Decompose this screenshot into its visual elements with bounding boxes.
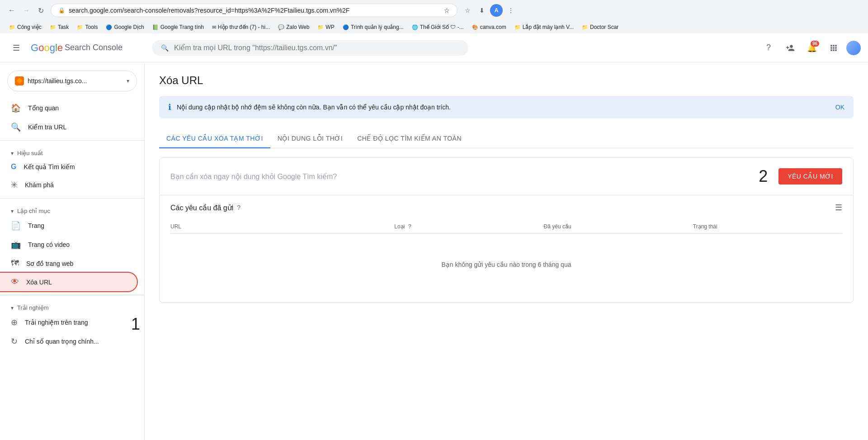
folder-icon: 📁 bbox=[50, 24, 56, 30]
more-options-icon[interactable]: ⋮ bbox=[505, 4, 517, 17]
bookmark-ads[interactable]: 🔵 Trình quản lý quảng... bbox=[339, 23, 407, 32]
asterisk-icon: ✳ bbox=[11, 180, 18, 190]
folder-icon: 📁 bbox=[9, 24, 15, 30]
bookmark-google-dich[interactable]: 🔵 Google Dịch bbox=[102, 23, 147, 32]
sidebar-item-chi-so-quan-trong[interactable]: ↻ Chỉ số quan trọng chính... bbox=[0, 332, 137, 351]
sidebar-label-xoa-url: Xóa URL bbox=[26, 279, 52, 286]
search-console-logo-text: Search Console bbox=[65, 43, 123, 52]
sidebar-item-trang[interactable]: 📄 Trang bbox=[0, 216, 137, 235]
bookmarks-bar: 📁 Công việc 📁 Task 📁 Tools 🔵 Google Dịch… bbox=[0, 21, 868, 34]
forward-button[interactable]: → bbox=[20, 4, 33, 17]
folder-icon: 📁 bbox=[77, 24, 83, 30]
content-area: Xóa URL ℹ Nội dung cập nhật bộ nhớ đệm s… bbox=[145, 63, 868, 440]
removal-placeholder-text: Bạn cần xóa ngay nội dung khỏi Google Tì… bbox=[170, 172, 751, 181]
bookmark-doctor[interactable]: 📁 Doctor Scar bbox=[578, 23, 622, 32]
help-button[interactable]: ? bbox=[760, 39, 778, 57]
bookmark-gmail[interactable]: ✉ Hộp thư đến (7) - hi... bbox=[208, 23, 274, 32]
sidebar-item-trang-co-video[interactable]: 📺 Trang có video bbox=[0, 235, 137, 254]
back-button[interactable]: ← bbox=[5, 4, 18, 17]
ads-icon: 🔵 bbox=[343, 24, 349, 30]
canva-icon: 🎨 bbox=[472, 24, 478, 30]
folder-icon: 📁 bbox=[514, 24, 521, 30]
table-header: URL Loại ? Đã yêu cầu Trạng thái bbox=[170, 220, 842, 234]
browser-action-buttons: ☆ ⬇ A ⋮ bbox=[461, 4, 517, 17]
chevron-down-icon: ▾ bbox=[11, 208, 14, 214]
app-search-bar[interactable]: 🔍 bbox=[152, 40, 468, 56]
section-label-hieu-suat: Hiệu suất bbox=[17, 150, 42, 156]
sidebar-label-kiem-tra-url: Kiểm tra URL bbox=[28, 123, 66, 131]
bookmark-thegioi[interactable]: 🌐 Thế Giới Số 🛡 -... bbox=[408, 23, 467, 32]
bookmark-lapdatmayl[interactable]: 📁 Lắp đặt máy lạnh V... bbox=[511, 23, 577, 32]
zalo-icon: 💬 bbox=[278, 24, 284, 30]
sidebar-section-lap-chi-muc[interactable]: ▾ Lập chỉ mục bbox=[0, 202, 144, 216]
bookmark-cong-viec[interactable]: 📁 Công việc bbox=[5, 23, 45, 32]
search-input[interactable] bbox=[174, 44, 459, 52]
folder-icon: 📁 bbox=[582, 24, 588, 30]
user-avatar[interactable] bbox=[846, 41, 861, 55]
google-g-icon: G bbox=[11, 163, 16, 171]
new-request-button[interactable]: YÊU CẦU MỚI bbox=[778, 168, 842, 185]
home-icon: 🏠 bbox=[11, 103, 21, 113]
google-logo-text: Google bbox=[31, 42, 63, 54]
bookmark-task[interactable]: 📁 Task bbox=[46, 23, 73, 32]
section-label-lap-chi-muc: Lập chỉ mục bbox=[17, 208, 50, 214]
requests-title: Các yêu cầu đã gửi bbox=[170, 203, 233, 212]
bookmark-icon[interactable]: ☆ bbox=[461, 4, 474, 17]
address-bar[interactable]: 🔒 search.google.com/search-console/remov… bbox=[51, 4, 458, 17]
sidebar-label-so-do: Sơ đồ trang web bbox=[26, 260, 73, 267]
sidebar-item-kiem-tra-url[interactable]: 🔍 Kiểm tra URL bbox=[0, 118, 137, 137]
empty-state: Bạn không gửi yêu cầu nào trong 6 tháng … bbox=[170, 234, 842, 295]
sidebar-label-trai-nghiem: Trải nghiệm trên trang bbox=[25, 319, 88, 326]
profile-avatar[interactable]: A bbox=[490, 4, 503, 17]
bookmark-tools[interactable]: 📁 Tools bbox=[73, 23, 101, 32]
sidebar-label-kham-pha: Khám phá bbox=[25, 181, 54, 189]
notification-button[interactable]: 🔔 96 bbox=[803, 39, 821, 57]
sidebar-label-tong-quan: Tổng quan bbox=[28, 104, 59, 112]
download-icon[interactable]: ⬇ bbox=[476, 4, 488, 17]
header-left: ☰ Google Search Console bbox=[7, 39, 152, 57]
step-2-label: 2 bbox=[759, 167, 768, 186]
bookmark-wp[interactable]: 📁 WP bbox=[314, 23, 338, 32]
type-help-icon[interactable]: ? bbox=[408, 223, 411, 230]
tab-loc-an-toan[interactable]: CHẾ ĐỘ LỌC TÌM KIẾM AN TOÀN bbox=[350, 129, 469, 148]
star-icon[interactable]: ☆ bbox=[444, 7, 450, 14]
bookmark-zalo[interactable]: 💬 Zalo Web bbox=[274, 23, 313, 32]
sidebar-item-xoa-url[interactable]: 👁 Xóa URL bbox=[0, 273, 137, 291]
reload-button[interactable]: ↻ bbox=[34, 4, 47, 17]
sidebar-item-ket-qua-tim-kiem[interactable]: G Kết quả Tìm kiếm bbox=[0, 158, 137, 175]
info-icon: ℹ bbox=[168, 102, 171, 112]
search-icon: 🔍 bbox=[161, 44, 169, 52]
translate-icon: 🔵 bbox=[106, 24, 112, 30]
filter-icon[interactable]: ☰ bbox=[835, 203, 842, 213]
requests-header: Các yêu cầu đã gửi ? ☰ bbox=[170, 203, 842, 213]
bookmark-canva[interactable]: 🎨 canva.com bbox=[468, 23, 510, 32]
requests-section: Các yêu cầu đã gửi ? ☰ URL Loại ? Đã yêu… bbox=[160, 195, 853, 303]
sidebar-label-chi-so: Chỉ số quan trọng chính... bbox=[25, 338, 99, 345]
col-header-url: URL bbox=[170, 223, 394, 230]
chevron-down-icon: ▾ bbox=[11, 150, 14, 156]
search-icon: 🔍 bbox=[11, 122, 21, 132]
eye-slash-icon: 👁 bbox=[11, 277, 19, 287]
tab-tam-thoi[interactable]: CÁC YÊU CẦU XÓA TẠM THỜI bbox=[159, 129, 270, 148]
sidebar-section-hieu-suat[interactable]: ▾ Hiệu suất bbox=[0, 144, 144, 158]
search-console-button[interactable] bbox=[781, 39, 799, 57]
world-icon: 🌐 bbox=[412, 24, 418, 30]
info-banner-ok-button[interactable]: OK bbox=[835, 104, 844, 111]
bookmark-google-sheets[interactable]: 📗 Google Trang tính bbox=[149, 23, 208, 32]
sidebar-item-tong-quan[interactable]: 🏠 Tổng quan bbox=[0, 99, 137, 118]
sidebar-item-kham-pha[interactable]: ✳ Khám phá bbox=[0, 175, 137, 194]
sidebar-item-trai-nghiem-tren-trang[interactable]: ⊕ Trải nghiệm trên trang bbox=[0, 313, 137, 332]
property-label: https://tailieu.tgs.co... bbox=[28, 77, 123, 85]
sidebar-section-trai-nghiem[interactable]: ▾ Trải nghiệm bbox=[0, 299, 144, 313]
tab-loi-thoi[interactable]: NỘI DUNG LỖI THỜI bbox=[270, 129, 350, 148]
lock-icon: 🔒 bbox=[58, 7, 65, 14]
property-selector[interactable]: 🔶 https://tailieu.tgs.co... ▾ bbox=[7, 71, 137, 91]
menu-button[interactable]: ☰ bbox=[7, 39, 25, 57]
apps-button[interactable] bbox=[825, 39, 843, 57]
info-banner: ℹ Nội dung cập nhật bộ nhớ đệm sẽ không … bbox=[159, 96, 854, 118]
help-circle-icon[interactable]: ? bbox=[237, 204, 241, 211]
experience-icon: ⊕ bbox=[11, 317, 18, 327]
sidebar-item-so-do-trang-web[interactable]: 🗺 Sơ đồ trang web bbox=[0, 254, 137, 273]
mail-icon: ✉ bbox=[212, 24, 216, 30]
chevron-down-icon: ▾ bbox=[11, 305, 14, 311]
